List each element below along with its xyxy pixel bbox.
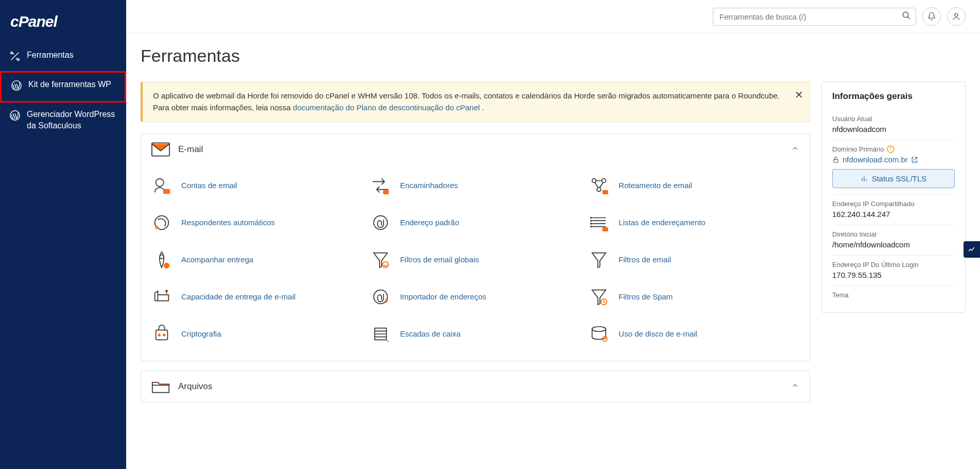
search-icon[interactable]	[902, 11, 911, 22]
tool-item[interactable]: Acompanhar entrega	[151, 242, 362, 277]
svg-rect-27	[156, 330, 168, 340]
tool-item[interactable]: Respondentes automáticos	[151, 205, 362, 240]
svg-point-17	[591, 220, 592, 221]
tool-icon	[589, 212, 609, 233]
info-shared-ip: Endereço IP Compartilhado 162.240.144.24…	[832, 195, 955, 225]
tool-item[interactable]: Uso de disco de e-mail	[589, 316, 799, 351]
info-primary-domain: Domínio Primário ! nfdownload.com.br Sta…	[832, 140, 955, 195]
svg-rect-32	[834, 159, 838, 162]
notifications-button[interactable]	[922, 7, 941, 26]
tool-icon	[370, 287, 391, 307]
tool-icon	[589, 287, 609, 307]
info-value: 162.240.144.247	[832, 210, 955, 219]
tool-icon	[589, 249, 609, 270]
info-current-user: Usuário Atual nfdownloadcom	[832, 110, 955, 140]
info-panel: Informações gerais Usuário Atual nfdownl…	[821, 81, 966, 313]
tool-label: Importador de endereços	[400, 292, 487, 302]
info-home-dir: Diretório Inicial /home/nfdownloadcom	[832, 225, 955, 256]
warning-icon: !	[887, 145, 895, 153]
tool-item[interactable]: Filtros de Spam	[589, 279, 799, 314]
tool-label: Respondentes automáticos	[181, 217, 275, 228]
info-label: Diretório Inicial	[832, 230, 955, 238]
chevron-up-icon	[791, 381, 799, 392]
tool-item[interactable]: Contas de email	[151, 168, 362, 203]
tool-item[interactable]: Filtros de email	[589, 242, 799, 277]
svg-point-11	[602, 179, 606, 183]
info-theme: Tema	[832, 286, 955, 307]
svg-point-4	[903, 12, 908, 18]
alert-link[interactable]: documentação do Plano de descontinuação …	[293, 103, 480, 112]
tool-icon	[589, 175, 609, 196]
info-value: /home/nfdownloadcom	[832, 240, 955, 249]
tool-label: Criptografia	[181, 329, 221, 339]
tool-item[interactable]: Escadas de caixa	[370, 316, 581, 351]
tool-icon	[151, 175, 172, 196]
svg-point-0	[11, 52, 13, 54]
info-value: nfdownloadcom	[832, 125, 955, 133]
tool-label: Roteamento de email	[618, 180, 692, 191]
main: Ferramentas O aplicativo de webmail da H…	[126, 0, 980, 469]
svg-point-28	[158, 334, 160, 336]
tool-item[interactable]: Importador de endereços	[370, 279, 581, 314]
group-email: E-mail Contas de emailEncaminhadoresRote…	[141, 133, 810, 361]
tool-item[interactable]: Listas de endereçamento	[589, 205, 799, 240]
tool-label: Escadas de caixa	[400, 329, 461, 339]
tool-label: Endereço padrão	[400, 217, 459, 228]
topbar	[126, 0, 980, 34]
svg-point-1	[18, 59, 20, 61]
tool-label: Encaminhadores	[400, 180, 458, 191]
chevron-up-icon	[791, 144, 799, 155]
email-icon	[151, 142, 170, 157]
tool-item[interactable]: Criptografia	[151, 316, 362, 351]
wordpress-icon	[9, 110, 21, 124]
tool-icon	[589, 324, 609, 344]
svg-rect-20	[603, 228, 608, 231]
external-link-icon[interactable]	[911, 156, 918, 163]
sidebar-item-label: Ferramentas	[27, 49, 117, 61]
info-label: Endereço IP Do Último Login	[832, 261, 955, 269]
tool-item[interactable]: Capacidade de entrega de e-mail	[151, 279, 362, 314]
info-value: nfdownload.com.br	[832, 155, 955, 164]
group-header-files[interactable]: Arquivos	[141, 371, 810, 402]
tool-label: Acompanhar entrega	[181, 255, 253, 265]
info-label: Tema	[832, 291, 955, 299]
svg-point-21	[160, 255, 164, 259]
sidebar-item-tools[interactable]: Ferramentas	[0, 43, 126, 71]
sidebar-item-wp-toolkit[interactable]: Kit de ferramentas WP	[0, 71, 126, 102]
svg-point-5	[955, 13, 958, 16]
sidebar-item-softaculous[interactable]: Gerenciador WordPress da Softaculous	[0, 103, 126, 138]
svg-rect-9	[383, 191, 388, 194]
alert-banner: O aplicativo de webmail da Horde foi rem…	[141, 81, 810, 122]
tool-label: Uso de disco de e-mail	[618, 329, 697, 339]
tool-icon	[151, 212, 172, 233]
tool-item[interactable]: Roteamento de email	[589, 168, 799, 203]
svg-point-29	[163, 334, 165, 336]
domain-link[interactable]: nfdownload.com.br	[843, 155, 908, 164]
user-button[interactable]	[947, 7, 966, 26]
close-icon[interactable]: ✕	[795, 87, 803, 103]
svg-point-19	[591, 226, 592, 227]
sidebar: cPanel Ferramentas Kit de ferramentas WP…	[0, 0, 126, 469]
bar-chart-icon	[861, 175, 868, 182]
svg-point-30	[592, 327, 606, 332]
search-input[interactable]	[713, 8, 916, 26]
page-title: Ferramentas	[126, 34, 980, 71]
tool-item[interactable]: Filtros de email globais	[370, 242, 581, 277]
alert-text-post: .	[480, 103, 484, 112]
logo: cPanel	[0, 8, 126, 43]
svg-point-24	[166, 290, 167, 292]
tool-label: Capacidade de entrega de e-mail	[181, 292, 296, 302]
wordpress-icon	[11, 80, 22, 94]
tool-item[interactable]: Endereço padrão	[370, 205, 581, 240]
tool-icon	[151, 249, 172, 270]
ssl-status-button[interactable]: Status SSL/TLS	[832, 169, 955, 188]
tool-label: Filtros de email	[618, 255, 671, 265]
stats-float-button[interactable]	[964, 241, 980, 258]
svg-point-16	[591, 217, 592, 219]
search-wrap	[713, 8, 916, 26]
tool-label: Contas de email	[181, 180, 237, 191]
svg-point-10	[592, 179, 596, 183]
group-header-email[interactable]: E-mail	[141, 134, 810, 165]
tool-item[interactable]: Encaminhadores	[370, 168, 581, 203]
tool-icon	[370, 175, 391, 196]
